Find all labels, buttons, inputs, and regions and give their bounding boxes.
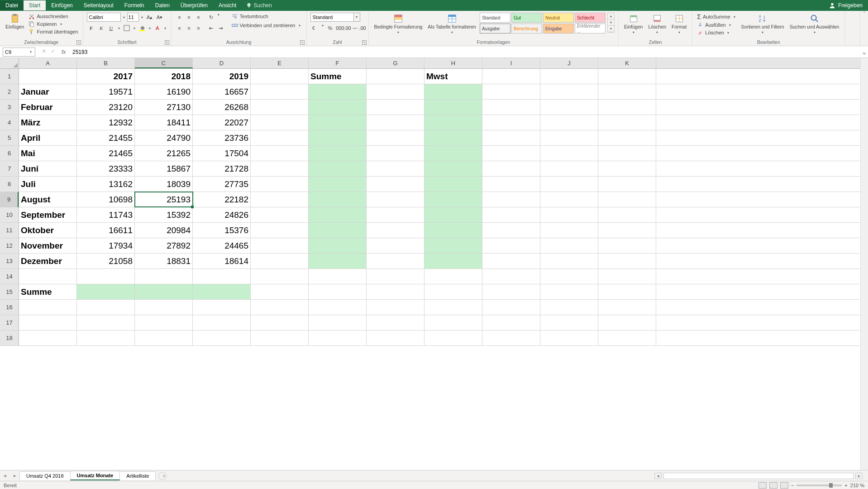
dialog-launcher-icon[interactable]: ⤡ — [362, 40, 367, 45]
sort-filter-button[interactable]: AZSortieren und Filtern▾ — [739, 13, 786, 35]
cell-B7[interactable]: 23333 — [77, 161, 135, 176]
hscroll-right[interactable]: ▸ — [855, 473, 863, 479]
cell-C5[interactable]: 24790 — [135, 130, 193, 145]
dialog-launcher-icon[interactable]: ⤡ — [300, 40, 305, 45]
cell-C12[interactable]: 27892 — [135, 238, 193, 253]
cell-J2[interactable] — [540, 84, 598, 99]
tab-einfuegen[interactable]: Einfügen — [46, 0, 78, 10]
sheet-nav-next[interactable]: ▸ — [10, 473, 20, 479]
view-page-break-icon[interactable] — [780, 482, 788, 489]
cell-G16[interactable] — [367, 300, 424, 315]
fill-button[interactable]: Ausfüllen▾ — [696, 21, 737, 29]
row-header-9[interactable]: 9 — [0, 192, 19, 207]
tell-me-search[interactable]: Suchen — [246, 2, 272, 9]
cell-G17[interactable] — [367, 315, 424, 330]
cell-C16[interactable] — [135, 300, 193, 315]
cell-I7[interactable] — [482, 161, 540, 176]
cell-F18[interactable] — [309, 331, 367, 345]
align-top-icon[interactable]: ≡ — [175, 13, 184, 22]
cell-G3[interactable] — [367, 100, 424, 115]
cell-D6[interactable]: 17504 — [193, 146, 251, 161]
cell-H4[interactable] — [424, 115, 482, 130]
cell-F9[interactable] — [309, 192, 367, 207]
align-center-icon[interactable]: ≡ — [185, 24, 194, 33]
cell-E16[interactable] — [251, 300, 309, 315]
col-header-H[interactable]: H — [424, 58, 482, 68]
cell-G8[interactable] — [367, 177, 424, 192]
style-eingabe[interactable]: Eingabe — [543, 24, 574, 34]
style-schlecht[interactable]: Schlecht — [575, 13, 606, 23]
cell-B6[interactable]: 21465 — [77, 146, 135, 161]
style-standard[interactable]: Standard — [480, 13, 510, 23]
tab-formeln[interactable]: Formeln — [119, 0, 150, 10]
cell-H18[interactable] — [424, 331, 482, 345]
cell-H1[interactable]: Mwst — [424, 69, 482, 84]
cell-K14[interactable] — [598, 269, 656, 284]
col-header-B[interactable]: B — [77, 58, 135, 68]
cell-H15[interactable] — [424, 284, 482, 299]
dialog-launcher-icon[interactable]: ⤡ — [76, 40, 81, 45]
cell-I6[interactable] — [482, 146, 540, 161]
cell-I12[interactable] — [482, 238, 540, 253]
cell-D3[interactable]: 26268 — [193, 100, 251, 115]
cell-H14[interactable] — [424, 269, 482, 284]
column-headers[interactable]: ABCDEFGHIJK — [19, 58, 868, 69]
style-berechnung[interactable]: Berechnung — [511, 24, 542, 34]
cell-F15[interactable] — [309, 284, 367, 299]
col-header-E[interactable]: E — [251, 58, 309, 68]
cell-K10[interactable] — [598, 207, 656, 222]
decrease-font-icon[interactable]: A▾ — [155, 13, 164, 22]
cell-A14[interactable] — [19, 269, 77, 284]
cell-E6[interactable] — [251, 146, 309, 161]
cell-E13[interactable] — [251, 254, 309, 268]
col-header-D[interactable]: D — [193, 58, 251, 68]
cell-K6[interactable] — [598, 146, 656, 161]
cell-E18[interactable] — [251, 331, 309, 345]
col-header-G[interactable]: G — [367, 58, 424, 68]
cell-F12[interactable] — [309, 238, 367, 253]
cell-H8[interactable] — [424, 177, 482, 192]
cell-K12[interactable] — [598, 238, 656, 253]
format-as-table-button[interactable]: Als Tabelle formatieren▾ — [426, 13, 478, 35]
cell-E14[interactable] — [251, 269, 309, 284]
cell-A2[interactable]: Januar — [19, 84, 77, 99]
cell-A9[interactable]: August — [19, 192, 77, 207]
cell-D16[interactable] — [193, 300, 251, 315]
find-select-button[interactable]: Suchen und Auswählen▾ — [788, 13, 841, 35]
cell-A5[interactable]: April — [19, 130, 77, 145]
cell-C7[interactable]: 15867 — [135, 161, 193, 176]
select-all-corner[interactable] — [0, 58, 19, 69]
delete-cells-button[interactable]: Löschen▾ — [646, 13, 668, 35]
number-format-select[interactable] — [310, 13, 354, 22]
cell-D10[interactable]: 24826 — [193, 207, 251, 222]
cell-H10[interactable] — [424, 207, 482, 222]
cell-H9[interactable] — [424, 192, 482, 207]
paste-button[interactable]: Einfügen — [4, 13, 26, 30]
align-bottom-icon[interactable]: ≡ — [194, 13, 203, 22]
orientation-icon[interactable]: ↻ — [207, 13, 216, 22]
cell-F7[interactable] — [309, 161, 367, 176]
font-size-input[interactable] — [127, 13, 139, 22]
cell-B10[interactable]: 11743 — [77, 207, 135, 222]
cell-B13[interactable]: 21058 — [77, 254, 135, 268]
cell-E15[interactable] — [251, 284, 309, 299]
cell-D9[interactable]: 22182 — [193, 192, 251, 207]
conditional-format-button[interactable]: Bedingte Formatierung▾ — [372, 13, 424, 35]
cell-I11[interactable] — [482, 223, 540, 238]
cell-K8[interactable] — [598, 177, 656, 192]
cell-I2[interactable] — [482, 84, 540, 99]
row-header-4[interactable]: 4 — [0, 115, 19, 130]
align-middle-icon[interactable]: ≡ — [185, 13, 194, 22]
cell-C9[interactable]: 25193 — [135, 192, 193, 207]
col-header-I[interactable]: I — [482, 58, 540, 68]
cell-J18[interactable] — [540, 331, 598, 345]
cell-C10[interactable]: 15392 — [135, 207, 193, 222]
cut-button[interactable]: Ausschneiden — [28, 13, 79, 20]
cell-G18[interactable] — [367, 331, 424, 345]
view-normal-icon[interactable] — [758, 482, 767, 489]
cell-J9[interactable] — [540, 192, 598, 207]
cell-B12[interactable]: 17934 — [77, 238, 135, 253]
align-left-icon[interactable]: ≡ — [175, 24, 184, 33]
cell-K2[interactable] — [598, 84, 656, 99]
row-header-5[interactable]: 5 — [0, 130, 19, 146]
